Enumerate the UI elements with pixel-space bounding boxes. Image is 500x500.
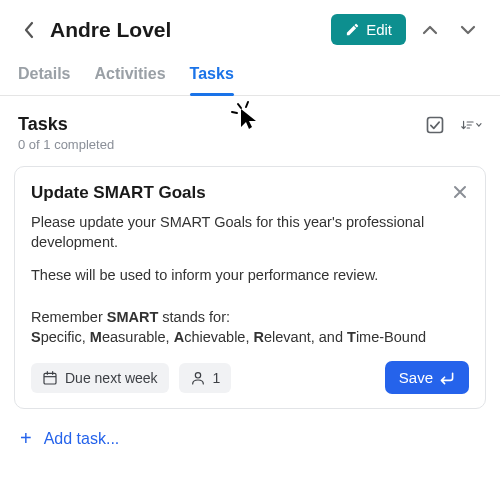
chevron-left-icon xyxy=(23,21,35,39)
section-subtitle: 0 of 1 completed xyxy=(18,137,424,152)
task-title: Update SMART Goals xyxy=(31,183,451,203)
sort-icon xyxy=(460,117,474,133)
task-card: Update SMART Goals Please update your SM… xyxy=(14,166,486,409)
svg-rect-0 xyxy=(428,118,443,133)
prev-record-button[interactable] xyxy=(416,16,444,44)
save-button[interactable]: Save xyxy=(385,361,469,394)
page-title: Andre Lovel xyxy=(50,18,321,42)
sort-button[interactable] xyxy=(460,114,482,136)
save-button-label: Save xyxy=(399,369,433,386)
tab-activities[interactable]: Activities xyxy=(94,65,165,95)
tab-tasks[interactable]: Tasks xyxy=(190,65,234,95)
toggle-completed-button[interactable] xyxy=(424,114,446,136)
checkbox-icon xyxy=(425,115,445,135)
enter-icon xyxy=(439,371,455,385)
pencil-icon xyxy=(345,22,360,37)
caret-down-icon xyxy=(476,122,482,128)
calendar-icon xyxy=(42,370,58,386)
add-task-button[interactable]: + Add task... xyxy=(0,409,500,468)
task-paragraph: These will be used to inform your perfor… xyxy=(31,265,469,285)
task-paragraph: Please update your SMART Goals for this … xyxy=(31,212,469,253)
section-title: Tasks xyxy=(18,114,424,135)
task-paragraph: Remember SMART stands for: Specific, Mea… xyxy=(31,307,469,348)
chevron-up-icon xyxy=(422,24,438,36)
chevron-down-icon xyxy=(460,24,476,36)
due-date-label: Due next week xyxy=(65,370,158,386)
tab-bar: Details Activities Tasks xyxy=(0,55,500,96)
add-task-label: Add task... xyxy=(44,430,120,448)
svg-rect-4 xyxy=(44,373,56,384)
close-task-button[interactable] xyxy=(451,183,469,204)
close-icon xyxy=(453,185,467,199)
person-icon xyxy=(190,370,206,386)
task-description: Please update your SMART Goals for this … xyxy=(31,212,469,347)
edit-button[interactable]: Edit xyxy=(331,14,406,45)
next-record-button[interactable] xyxy=(454,16,482,44)
tab-details[interactable]: Details xyxy=(18,65,70,95)
back-button[interactable] xyxy=(18,19,40,41)
svg-point-8 xyxy=(195,373,200,378)
edit-button-label: Edit xyxy=(366,21,392,38)
due-date-chip[interactable]: Due next week xyxy=(31,363,169,393)
assignee-count: 1 xyxy=(213,370,221,386)
plus-icon: + xyxy=(20,427,32,450)
assignee-chip[interactable]: 1 xyxy=(179,363,232,393)
